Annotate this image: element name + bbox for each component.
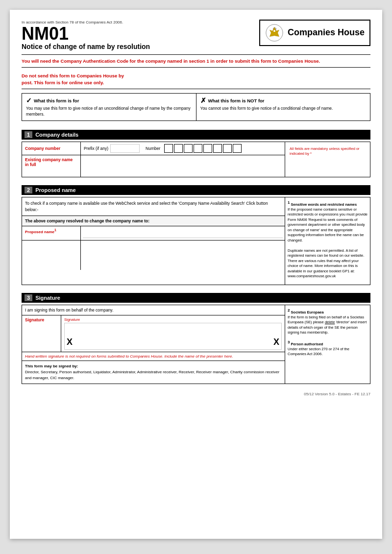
number-box-5[interactable]	[203, 144, 212, 153]
signing-behalf-row: I am signing this form on behalf of the …	[22, 305, 285, 315]
sidenote-2-title: Societas Europaea	[291, 310, 324, 314]
sidenote-num: 1	[288, 200, 290, 205]
post-notice-text: Do not send this form to Companies House…	[22, 72, 370, 86]
proposed-name-label: Proposed name1	[22, 226, 81, 240]
ch-emblem-icon: 🏛	[265, 24, 284, 42]
section-2-content: To check if a company name is available …	[22, 197, 370, 285]
info-box-for-text: You may use this form to give notice of …	[26, 106, 192, 118]
prefix-number-row: Prefix (if any) Number	[84, 144, 282, 153]
sidenote-3-title: Person authorised	[291, 341, 323, 346]
signature-box[interactable]: X X	[64, 323, 282, 350]
number-boxes	[164, 144, 242, 153]
proposed-name-extra-input[interactable]	[83, 242, 283, 269]
company-number-row: Company number Prefix (if any) Number	[22, 142, 285, 155]
page: In accordance with Section 78 of the Com…	[10, 10, 382, 539]
handwritten-note: Hand written signature is not required o…	[22, 352, 285, 361]
info-box-for-header: ✓ What this form is for	[26, 96, 192, 104]
company-number-content: Prefix (if any) Number	[81, 142, 285, 155]
section-2-number: 2	[24, 187, 32, 193]
sidenote-2-body: If the form is being filed on behalf of …	[288, 315, 367, 335]
signature-label: Signature	[22, 315, 61, 352]
section-3: 3 Signature I am signing this form on be…	[22, 293, 370, 384]
webcheck-row: To check if a company name is available …	[22, 197, 285, 217]
section-2-sidenote: 1 Sensitive words and restricted names I…	[288, 200, 368, 279]
number-box-1[interactable]	[164, 144, 173, 153]
section-3-number: 3	[24, 294, 32, 301]
prefix-label-text: Prefix (if any)	[84, 146, 108, 151]
number-box-6[interactable]	[213, 144, 222, 153]
header: In accordance with Section 78 of the Com…	[22, 20, 370, 50]
auth-notice: You will need the Company Authentication…	[22, 54, 370, 68]
existing-name-input[interactable]	[84, 157, 282, 175]
number-box-7[interactable]	[223, 144, 232, 153]
header-left: In accordance with Section 78 of the Com…	[22, 20, 150, 50]
svg-point-3	[273, 30, 275, 32]
proposed-name-extra-label	[22, 241, 81, 270]
info-box-not-for-header: ✗ What this form is NOT for	[200, 96, 367, 104]
existing-name-row: Existing company name in full	[22, 155, 285, 177]
number-box-3[interactable]	[184, 144, 193, 153]
company-number-label: Company number	[22, 142, 81, 155]
number-label-text: Number	[146, 146, 160, 151]
ch-name-text: Companies House	[288, 28, 365, 38]
auth-notice-text: You will need the Company Authentication…	[22, 58, 370, 64]
proposed-name-row: Proposed name1	[22, 226, 285, 241]
info-box-not-for-text: You cannot use this form to give notice …	[200, 106, 367, 112]
section-1-main: Company number Prefix (if any) Number	[22, 142, 285, 177]
signing-roles: Director, Secretary, Person authorised, …	[25, 370, 279, 380]
sig-x-left: X	[67, 337, 73, 347]
proposed-name-content	[81, 226, 285, 240]
footer-text: 05/12 Version 5.0 - Estates - FE 12.17	[304, 392, 370, 396]
prefix-input[interactable]	[110, 144, 140, 153]
signature-content: Signature X X	[61, 315, 285, 352]
logo-container: 🏛 Companies House	[265, 24, 365, 42]
mandatory-note-text: All fields are mandatory unless specifie…	[288, 145, 368, 159]
section-1-header: 1 Company details	[22, 130, 370, 140]
sidenote-2-num: 2	[288, 308, 290, 313]
section-2-title: Proposed name	[35, 187, 76, 193]
section-3-note: 2 Societas Europaea If the form is being…	[285, 305, 370, 384]
section-1-note: All fields are mandatory unless specifie…	[285, 142, 370, 177]
section-1-number: 1	[24, 131, 32, 138]
signing-behalf-text: I am signing this form on behalf of the …	[25, 308, 113, 313]
signing-note: This form may be signed by: Director, Se…	[22, 361, 285, 384]
form-subtitle: Notice of change of name by resolution	[22, 43, 150, 50]
proposed-name-extra-row	[22, 241, 285, 270]
proposed-name-extra-content	[81, 241, 285, 270]
footer: 05/12 Version 5.0 - Estates - FE 12.17	[22, 392, 370, 396]
signing-note-bold: This form may be signed by:	[25, 364, 78, 368]
post-notice: Do not send this form to Companies House…	[22, 70, 370, 89]
section-3-header: 3 Signature	[22, 293, 370, 303]
section-3-sidenote-2: 3 Person authorised Under either section…	[288, 339, 368, 357]
companies-house-logo: 🏛 Companies House	[259, 20, 370, 46]
section-1: 1 Company details Company number Prefix …	[22, 130, 370, 177]
number-box-4[interactable]	[194, 144, 202, 153]
section-2-main: To check if a company name is available …	[22, 197, 285, 285]
sidenote-3-body: Under either section 270 or 274 of the C…	[288, 347, 349, 357]
section-3-sidenote-1: 2 Societas Europaea If the form is being…	[288, 308, 368, 336]
proposed-name-input[interactable]	[83, 228, 283, 238]
section-1-title: Company details	[35, 132, 78, 138]
info-box-not-for: ✗ What this form is NOT for You cannot u…	[196, 94, 370, 120]
info-boxes-container: ✓ What this form is for You may use this…	[22, 93, 370, 121]
cross-icon: ✗	[200, 96, 206, 104]
resolved-row: The above company resolved to change the…	[22, 216, 285, 226]
info-box-not-for-title: What this form is NOT for	[208, 98, 265, 103]
resolved-text: The above company resolved to change the…	[25, 218, 149, 223]
info-box-for-title: What this form is for	[34, 98, 79, 103]
number-box-8[interactable]	[233, 144, 242, 153]
section-3-content: I am signing this form on behalf of the …	[22, 305, 370, 384]
section-2: 2 Proposed name To check if a company na…	[22, 185, 370, 285]
number-box-2[interactable]	[174, 144, 183, 153]
webcheck-text: To check if a company name is available …	[25, 201, 268, 212]
section-3-title: Signature	[35, 295, 60, 301]
info-box-for: ✓ What this form is for You may use this…	[22, 94, 196, 120]
signature-field-row: Signature Signature X X	[22, 315, 285, 352]
checkmark-icon: ✓	[26, 96, 32, 104]
section-2-header: 2 Proposed name	[22, 185, 370, 195]
existing-name-content	[81, 155, 285, 177]
section-3-main: I am signing this form on behalf of the …	[22, 305, 285, 384]
sidenote-title: Sensitive words and restricted names	[291, 202, 357, 206]
section-1-content: Company number Prefix (if any) Number	[22, 142, 370, 177]
existing-name-label: Existing company name in full	[22, 155, 81, 177]
